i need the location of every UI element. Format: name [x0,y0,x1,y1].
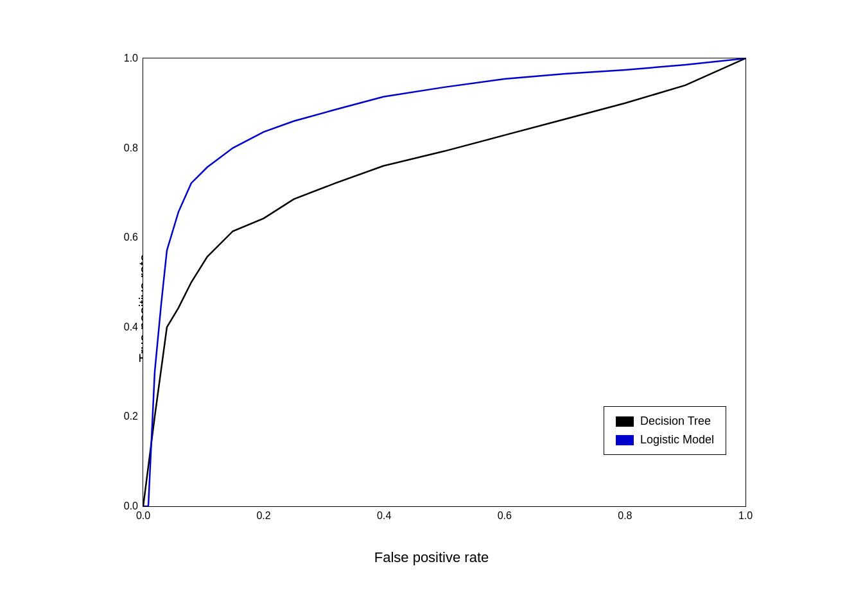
x-tick-04: 0.4 [377,506,391,522]
legend-label-decision-tree: Decision Tree [640,415,711,428]
y-tick-06: 0.6 [124,232,143,243]
x-tick-0: 0.0 [136,506,150,522]
y-tick-10: 1.0 [124,53,143,64]
y-tick-02: 0.2 [124,411,143,422]
chart-area: 0.0 0.2 0.4 0.6 0.8 1.0 0.0 0.2 0.4 0.6 … [143,58,746,507]
legend-swatch-logistic-model [616,435,634,445]
legend-label-logistic-model: Logistic Model [640,433,714,447]
legend-item-decision-tree: Decision Tree [616,415,714,428]
chart-container: True positive rate False positive rate 0… [78,32,785,584]
x-tick-06: 0.6 [498,506,512,522]
x-tick-02: 0.2 [256,506,270,522]
legend: Decision Tree Logistic Model [604,406,726,455]
x-tick-10: 1.0 [738,506,753,522]
y-tick-0: 0.0 [124,501,143,512]
y-tick-08: 0.8 [124,142,143,154]
legend-item-logistic-model: Logistic Model [616,433,714,447]
legend-swatch-decision-tree [616,416,634,427]
x-axis-label: False positive rate [78,549,785,566]
x-tick-08: 0.8 [618,506,632,522]
